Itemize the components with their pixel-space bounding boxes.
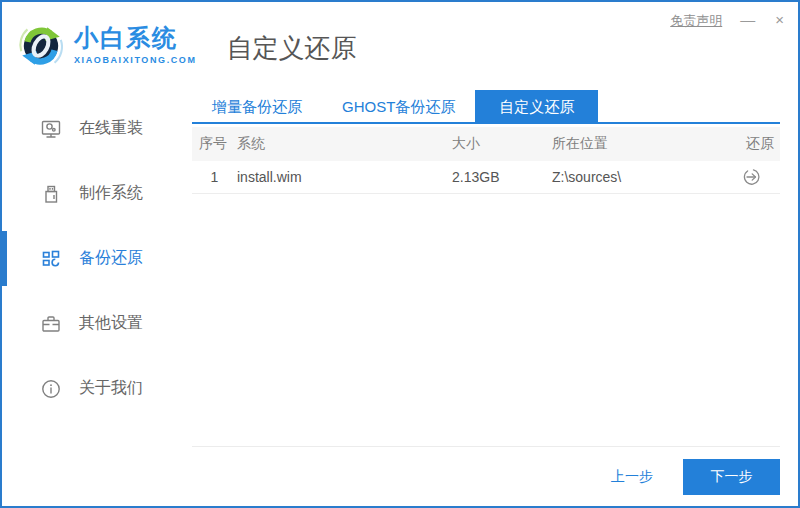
footer: 上一步 下一步 (192, 446, 780, 506)
col-header-system: 系统 (237, 135, 452, 153)
content: 增量备份还原 GHOST备份还原 自定义还原 序号 系统 大小 所在位置 还原 … (192, 88, 798, 506)
restore-icon[interactable] (742, 167, 762, 187)
sidebar-item-backup-restore[interactable]: 备份还原 (2, 226, 192, 291)
disclaimer-link[interactable]: 免责声明 (670, 12, 722, 30)
sidebar: 在线重装 制作系统 (2, 88, 192, 506)
table-row: 1 install.wim 2.13GB Z:\sources\ (192, 161, 780, 194)
info-icon (40, 378, 62, 400)
tab-bar: 增量备份还原 GHOST备份还原 自定义还原 (192, 90, 780, 124)
cell-location: Z:\sources\ (552, 169, 720, 185)
content-spacer (192, 194, 780, 446)
sidebar-item-other-settings[interactable]: 其他设置 (2, 291, 192, 356)
page-title: 自定义还原 (227, 31, 357, 66)
tab-ghost-backup-restore[interactable]: GHOST备份还原 (322, 90, 475, 122)
sidebar-item-about-us[interactable]: 关于我们 (2, 356, 192, 421)
app-window: 小白系统 XIAOBAIXITONG.COM 自定义还原 免责声明 — × (0, 0, 800, 508)
tab-custom-restore[interactable]: 自定义还原 (475, 90, 598, 122)
col-header-restore: 还原 (720, 135, 780, 153)
col-header-index: 序号 (192, 135, 237, 153)
sidebar-item-label: 关于我们 (79, 378, 143, 399)
monitor-icon (40, 118, 62, 140)
table-header-row: 序号 系统 大小 所在位置 还原 (192, 127, 780, 161)
backup-table: 序号 系统 大小 所在位置 还原 1 install.wim 2.13GB Z:… (192, 127, 780, 194)
close-button[interactable]: × (773, 12, 786, 27)
body: 在线重装 制作系统 (2, 88, 798, 506)
logo-swirl-icon (16, 20, 66, 70)
col-header-location: 所在位置 (552, 135, 720, 153)
cell-system: install.wim (237, 169, 452, 185)
header: 小白系统 XIAOBAIXITONG.COM 自定义还原 免责声明 — × (2, 2, 798, 88)
brand-domain: XIAOBAIXITONG.COM (74, 55, 197, 65)
cell-size: 2.13GB (452, 169, 552, 185)
tab-incremental-backup-restore[interactable]: 增量备份还原 (192, 90, 322, 122)
col-header-size: 大小 (452, 135, 552, 153)
sidebar-item-label: 备份还原 (79, 248, 143, 269)
window-controls: 免责声明 — × (670, 10, 786, 30)
logo-text: 小白系统 XIAOBAIXITONG.COM (74, 25, 197, 64)
briefcase-icon (40, 313, 62, 335)
sidebar-item-make-system[interactable]: 制作系统 (2, 161, 192, 226)
tiles-icon (40, 248, 62, 270)
minimize-button[interactable]: — (738, 12, 757, 27)
usb-icon (40, 183, 62, 205)
sidebar-item-label: 制作系统 (79, 183, 143, 204)
sidebar-item-label: 在线重装 (79, 118, 143, 139)
cell-index: 1 (192, 169, 237, 185)
previous-step-button[interactable]: 上一步 (611, 468, 653, 486)
app-logo: 小白系统 XIAOBAIXITONG.COM (16, 20, 197, 70)
sidebar-item-label: 其他设置 (79, 313, 143, 334)
next-step-button[interactable]: 下一步 (683, 459, 780, 495)
sidebar-item-online-reinstall[interactable]: 在线重装 (2, 96, 192, 161)
brand-name: 小白系统 (74, 25, 197, 51)
